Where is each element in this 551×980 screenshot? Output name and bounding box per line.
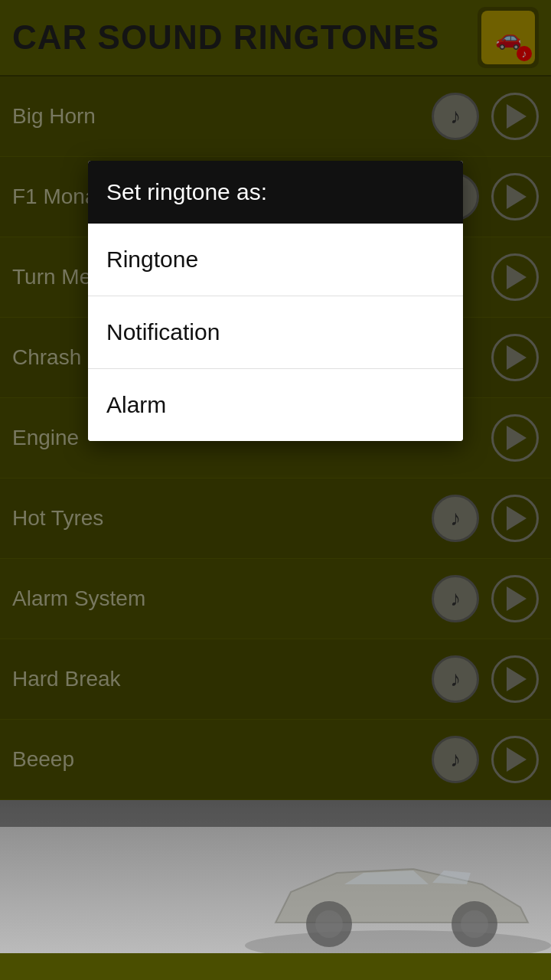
svg-point-4 xyxy=(461,910,488,938)
svg-point-0 xyxy=(245,930,551,953)
dialog-options: Ringtone Notification Alarm xyxy=(88,224,463,441)
svg-point-2 xyxy=(315,910,343,938)
dialog-option-alarm[interactable]: Alarm xyxy=(88,369,463,441)
dialog-option-notification[interactable]: Notification xyxy=(88,296,463,369)
dialog-title: Set ringtone as: xyxy=(88,161,463,224)
car-silhouette-image xyxy=(245,831,551,953)
dialog-option-ringtone[interactable]: Ringtone xyxy=(88,224,463,296)
set-ringtone-dialog: Set ringtone as: Ringtone Notification A… xyxy=(88,161,463,441)
